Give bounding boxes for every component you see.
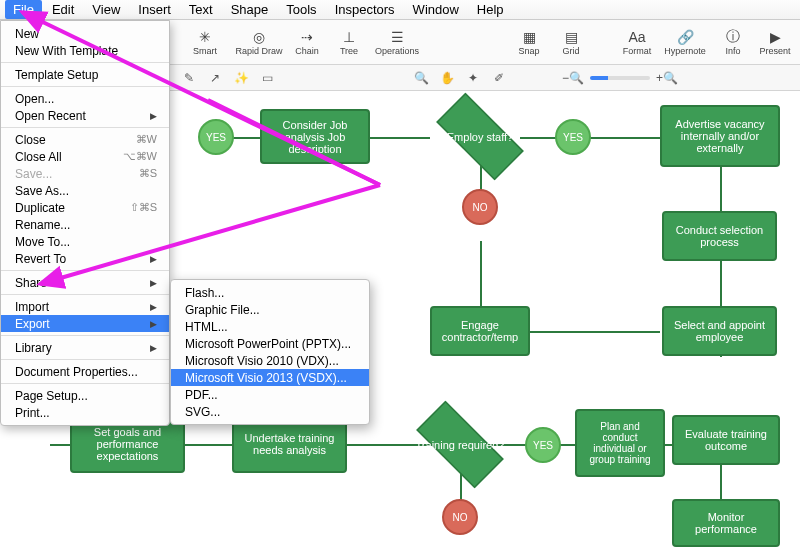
menu-shape[interactable]: Shape	[223, 0, 277, 19]
file-menu-item[interactable]: Library▶	[1, 339, 169, 356]
export-submenu-item[interactable]: SVG...	[171, 403, 369, 420]
toolbar-smart[interactable]: ✳Smart	[180, 23, 230, 61]
file-menu-item[interactable]: Duplicate⇧⌘S	[1, 199, 169, 216]
menu-tools[interactable]: Tools	[278, 0, 324, 19]
menu-help[interactable]: Help	[469, 0, 512, 19]
toolbar-hypernote[interactable]: 🔗Hypernote	[660, 23, 710, 61]
file-menu-item[interactable]: Open Recent▶	[1, 107, 169, 124]
file-menu-item[interactable]: Document Properties...	[1, 363, 169, 380]
flow-monitor[interactable]: Monitor performance	[672, 499, 780, 547]
pencil-icon[interactable]: ✎	[180, 69, 198, 87]
file-menu-item[interactable]: Rename...	[1, 216, 169, 233]
rect-icon[interactable]: ▭	[258, 69, 276, 87]
file-menu-item[interactable]: Move To...	[1, 233, 169, 250]
zoom-fit-icon[interactable]: 🔍	[412, 69, 430, 87]
file-menu-item[interactable]: Close All⌥⌘W	[1, 148, 169, 165]
toolbar-tree[interactable]: ⊥Tree	[330, 23, 368, 61]
export-submenu-item[interactable]: HTML...	[171, 318, 369, 335]
format-icon: Aa	[627, 28, 647, 46]
menu-edit[interactable]: Edit	[44, 0, 82, 19]
export-submenu-item[interactable]: PDF...	[171, 386, 369, 403]
wand-icon[interactable]: ✨	[232, 69, 250, 87]
smart-icon: ✳	[195, 28, 215, 46]
export-submenu: Flash...Graphic File...HTML...Microsoft …	[170, 279, 370, 425]
toolbar-rapiddraw[interactable]: ◎Rapid Draw	[234, 23, 284, 61]
flow-yes-3[interactable]: YES	[525, 427, 561, 463]
info-icon: ⓘ	[723, 28, 743, 46]
zoom-in-icon[interactable]: +🔍	[658, 69, 676, 87]
menu-view[interactable]: View	[84, 0, 128, 19]
flow-employ[interactable]: Employ staff?	[425, 109, 535, 164]
flow-selection[interactable]: Conduct selection process	[662, 211, 777, 261]
file-menu-item[interactable]: Page Setup...	[1, 387, 169, 404]
tree-icon: ⊥	[339, 28, 359, 46]
zoom-out-icon[interactable]: −🔍	[564, 69, 582, 87]
toolbar-snap[interactable]: ▦Snap	[510, 23, 548, 61]
file-menu-item[interactable]: Open...	[1, 90, 169, 107]
file-menu-item[interactable]: New	[1, 25, 169, 42]
menu-inspectors[interactable]: Inspectors	[327, 0, 403, 19]
operations-icon: ☰	[387, 28, 407, 46]
snap-icon: ▦	[519, 28, 539, 46]
rapiddraw-icon: ◎	[249, 28, 269, 46]
hand-icon[interactable]: ✋	[438, 69, 456, 87]
file-menu-item[interactable]: Share▶	[1, 274, 169, 291]
menu-insert[interactable]: Insert	[130, 0, 179, 19]
file-menu-item[interactable]: Print...	[1, 404, 169, 421]
menubar: File Edit View Insert Text Shape Tools I…	[0, 0, 800, 20]
toolbar-info[interactable]: ⓘInfo	[714, 23, 752, 61]
export-submenu-item[interactable]: Graphic File...	[171, 301, 369, 318]
flow-no-2[interactable]: NO	[442, 499, 478, 535]
file-menu-item[interactable]: Import▶	[1, 298, 169, 315]
hypernote-icon: 🔗	[675, 28, 695, 46]
flow-engage[interactable]: Engage contractor/temp	[430, 306, 530, 356]
flow-no-1[interactable]: NO	[462, 189, 498, 225]
chain-icon: ⇢	[297, 28, 317, 46]
grid-icon: ▤	[561, 28, 581, 46]
flow-edge	[480, 241, 482, 311]
flow-appoint[interactable]: Select and appoint employee	[662, 306, 777, 356]
wand2-icon[interactable]: ✦	[464, 69, 482, 87]
file-menu-item[interactable]: New With Template	[1, 42, 169, 59]
toolbar-operations[interactable]: ☰Operations	[372, 23, 422, 61]
flow-yes-2[interactable]: YES	[555, 119, 591, 155]
file-menu-item[interactable]: Save As...	[1, 182, 169, 199]
eyedropper-icon[interactable]: ✐	[490, 69, 508, 87]
menu-window[interactable]: Window	[405, 0, 467, 19]
present-icon: ▶	[765, 28, 785, 46]
file-menu-item[interactable]: Template Setup	[1, 66, 169, 83]
file-menu-item[interactable]: Save...⌘S	[1, 165, 169, 182]
flow-consider[interactable]: Consider Job analysis Job description	[260, 109, 370, 164]
export-submenu-item[interactable]: Microsoft Visio 2013 (VSDX)...	[171, 369, 369, 386]
export-submenu-item[interactable]: Microsoft PowerPoint (PPTX)...	[171, 335, 369, 352]
flow-eval[interactable]: Evaluate training outcome	[672, 415, 780, 465]
flow-advertise[interactable]: Advertise vacancy internally and/or exte…	[660, 105, 780, 167]
toolbar-present[interactable]: ▶Present	[756, 23, 794, 61]
menu-file[interactable]: File	[5, 0, 42, 19]
flow-plan[interactable]: Plan and conduct individual or group tra…	[575, 409, 665, 477]
flow-training-required[interactable]: Training required?	[405, 417, 515, 472]
toolbar-grid[interactable]: ▤Grid	[552, 23, 590, 61]
file-menu-item[interactable]: Export▶	[1, 315, 169, 332]
export-submenu-item[interactable]: Microsoft Visio 2010 (VDX)...	[171, 352, 369, 369]
flow-yes-1[interactable]: YES	[198, 119, 234, 155]
menu-text[interactable]: Text	[181, 0, 221, 19]
flow-edge	[520, 331, 660, 333]
toolbar-chain[interactable]: ⇢Chain	[288, 23, 326, 61]
export-submenu-item[interactable]: Flash...	[171, 284, 369, 301]
zoom-slider[interactable]	[590, 76, 650, 80]
file-menu-dropdown: NewNew With TemplateTemplate SetupOpen..…	[0, 20, 170, 426]
toolbar-format[interactable]: AaFormat	[618, 23, 656, 61]
file-menu-item[interactable]: Close⌘W	[1, 131, 169, 148]
connector-icon[interactable]: ↗	[206, 69, 224, 87]
file-menu-item[interactable]: Revert To▶	[1, 250, 169, 267]
